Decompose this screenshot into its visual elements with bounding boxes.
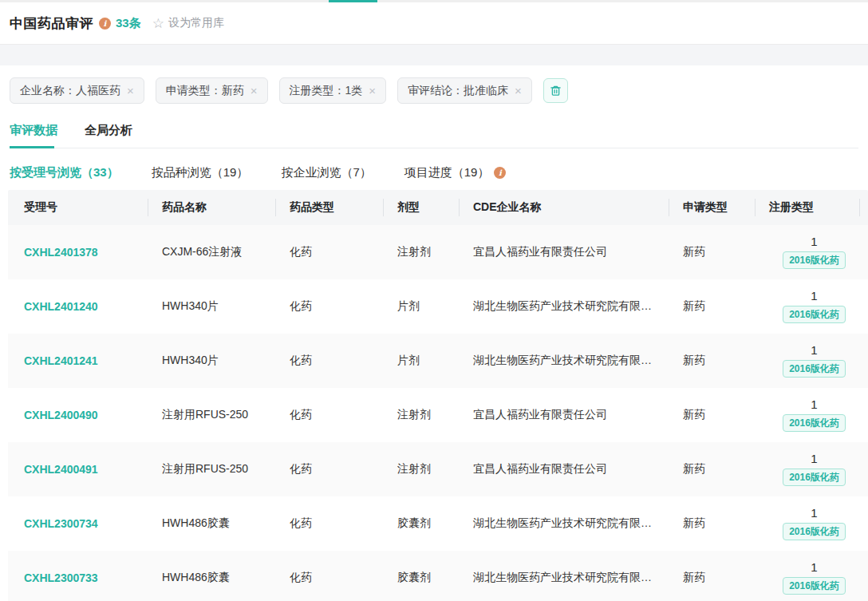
registration-badge: 2016版化药 bbox=[783, 360, 846, 378]
filter-tag-label: 注册类型：1类 bbox=[290, 84, 363, 98]
registration-type-value: 1 bbox=[811, 235, 817, 247]
drug-type-cell: 化药 bbox=[275, 225, 383, 279]
drug-name-cell: HWH486胶囊 bbox=[148, 496, 275, 551]
table-row: CXHL2401241 HWH340片 化药 片剂 湖北生物医药产业技术研究院有… bbox=[8, 334, 868, 388]
registration-type-cell: 1 2016版化药 bbox=[755, 551, 859, 601]
application-type-cell: 新药 bbox=[669, 279, 755, 334]
registration-type-value: 1 bbox=[811, 344, 817, 356]
info-icon[interactable]: i bbox=[99, 18, 111, 30]
acceptance-no-link[interactable]: CXHL2400491 bbox=[24, 463, 98, 476]
filter-tag-registration-type[interactable]: 注册类型：1类 × bbox=[279, 77, 387, 104]
drug-name-cell: 注射用RFUS-250 bbox=[148, 388, 275, 442]
filter-tag-label: 申请类型：新药 bbox=[166, 84, 244, 98]
drug-type-cell: 化药 bbox=[275, 388, 383, 442]
page-header: 中国药品审评 i 33条 ☆ 设为常用库 bbox=[0, 2, 868, 44]
subtab-project-progress[interactable]: 项目进度（19） i bbox=[404, 165, 507, 180]
column-header-registration-type: 注册类型 bbox=[755, 190, 859, 225]
filter-tag-label: 企业名称：人福医药 bbox=[20, 84, 120, 98]
acceptance-no-link[interactable]: CXHL2401241 bbox=[24, 354, 98, 367]
registration-badge: 2016版化药 bbox=[783, 523, 846, 540]
tab-global-analysis[interactable]: 全局分析 bbox=[85, 123, 136, 148]
registration-badge: 2016版化药 bbox=[783, 414, 846, 432]
drug-name-cell: HWH486胶囊 bbox=[148, 551, 275, 601]
drug-name-cell: CXJM-66注射液 bbox=[148, 225, 275, 279]
column-header-drug-name: 药品名称 bbox=[148, 190, 275, 225]
registration-type-cell: 1 2016版化药 bbox=[755, 225, 859, 279]
dosage-form-cell: 注射剂 bbox=[383, 442, 459, 496]
main-content: 企业名称：人福医药 × 申请类型：新药 × 注册类型：1类 × 审评结论：批准临… bbox=[0, 77, 868, 601]
registration-type-cell: 1 2016版化药 bbox=[755, 279, 859, 334]
info-icon[interactable]: i bbox=[494, 167, 506, 179]
column-header-application-type: 申请类型 bbox=[669, 190, 755, 225]
tab-review-data[interactable]: 审评数据 bbox=[10, 123, 61, 148]
registration-badge: 2016版化药 bbox=[783, 306, 846, 323]
company-cell: 宜昌人福药业有限责任公司 bbox=[459, 225, 669, 279]
dosage-form-cell: 片剂 bbox=[383, 334, 459, 388]
subtab-by-variety[interactable]: 按品种浏览（19） bbox=[152, 165, 249, 180]
section-divider-band bbox=[0, 44, 868, 65]
drug-type-cell: 化药 bbox=[275, 496, 383, 551]
application-type-cell: 新药 bbox=[669, 442, 755, 496]
sub-tab-bar: 按受理号浏览（33） 按品种浏览（19） 按企业浏览（7） 项目进度（19） i bbox=[10, 165, 858, 180]
company-cell: 湖北生物医药产业技术研究院有限… bbox=[459, 279, 669, 334]
clear-filters-button[interactable] bbox=[543, 78, 568, 103]
table-row: CXHL2300733 HWH486胶囊 化药 胶囊剂 湖北生物医药产业技术研究… bbox=[8, 551, 868, 601]
close-icon[interactable]: × bbox=[369, 85, 376, 97]
filter-tag-application-type[interactable]: 申请类型：新药 × bbox=[156, 77, 268, 104]
dosage-form-cell: 注射剂 bbox=[383, 225, 459, 279]
table-row: CXHL2401378 CXJM-66注射液 化药 注射剂 宜昌人福药业有限责任… bbox=[8, 225, 868, 279]
set-favorite-label: 设为常用库 bbox=[168, 16, 224, 30]
dosage-form-cell: 胶囊剂 bbox=[383, 496, 459, 551]
registration-badge: 2016版化药 bbox=[783, 577, 846, 595]
registration-type-cell: 1 2016版化药 bbox=[755, 334, 859, 388]
acceptance-no-link[interactable]: CXHL2401240 bbox=[24, 300, 98, 313]
company-cell: 宜昌人福药业有限责任公司 bbox=[459, 442, 669, 496]
table-row: CXHL2300734 HWH486胶囊 化药 胶囊剂 湖北生物医药产业技术研究… bbox=[8, 496, 868, 551]
dosage-form-cell: 片剂 bbox=[383, 279, 459, 334]
main-tab-bar: 审评数据 全局分析 bbox=[10, 123, 858, 148]
registration-badge: 2016版化药 bbox=[783, 469, 846, 486]
drug-type-cell: 化药 bbox=[275, 551, 383, 601]
registration-type-cell: 1 2016版化药 bbox=[755, 496, 859, 551]
close-icon[interactable]: × bbox=[127, 85, 134, 97]
company-cell: 湖北生物医药产业技术研究院有限… bbox=[459, 334, 669, 388]
dosage-form-cell: 注射剂 bbox=[383, 388, 459, 442]
application-type-cell: 新药 bbox=[669, 334, 755, 388]
drug-type-cell: 化药 bbox=[275, 334, 383, 388]
table-row: CXHL2401240 HWH340片 化药 片剂 湖北生物医药产业技术研究院有… bbox=[8, 279, 868, 334]
page-title: 中国药品审评 bbox=[10, 14, 93, 33]
dosage-form-cell: 胶囊剂 bbox=[383, 551, 459, 601]
table-header-row: 受理号 药品名称 药品类型 剂型 CDE企业名称 申请类型 注册类型 bbox=[8, 190, 868, 225]
filter-tag-review-conclusion[interactable]: 审评结论：批准临床 × bbox=[397, 77, 532, 104]
application-type-cell: 新药 bbox=[669, 496, 755, 551]
column-header-stub bbox=[859, 190, 868, 225]
company-cell: 湖北生物医药产业技术研究院有限… bbox=[459, 551, 669, 601]
results-table: 受理号 药品名称 药品类型 剂型 CDE企业名称 申请类型 注册类型 CXHL2… bbox=[8, 190, 868, 601]
registration-type-value: 1 bbox=[811, 453, 817, 465]
registration-type-cell: 1 2016版化药 bbox=[755, 388, 859, 442]
set-favorite-button[interactable]: ☆ 设为常用库 bbox=[152, 16, 224, 30]
column-header-drug-type: 药品类型 bbox=[275, 190, 383, 225]
acceptance-no-link[interactable]: CXHL2300734 bbox=[24, 517, 98, 530]
column-header-acceptance-no: 受理号 bbox=[8, 190, 148, 225]
registration-type-cell: 1 2016版化药 bbox=[755, 442, 859, 496]
subtab-label: 项目进度（19） bbox=[404, 165, 490, 180]
drug-type-cell: 化药 bbox=[275, 279, 383, 334]
acceptance-no-link[interactable]: CXHL2300733 bbox=[24, 571, 98, 584]
acceptance-no-link[interactable]: CXHL2401378 bbox=[24, 246, 98, 259]
filter-tag-row: 企业名称：人福医药 × 申请类型：新药 × 注册类型：1类 × 审评结论：批准临… bbox=[10, 77, 858, 104]
filter-tag-company[interactable]: 企业名称：人福医药 × bbox=[10, 77, 144, 104]
table-row: CXHL2400491 注射用RFUS-250 化药 注射剂 宜昌人福药业有限责… bbox=[8, 442, 868, 496]
trash-icon bbox=[550, 85, 562, 97]
subtab-by-acceptance-no[interactable]: 按受理号浏览（33） bbox=[10, 165, 119, 180]
close-icon[interactable]: × bbox=[251, 85, 258, 97]
close-icon[interactable]: × bbox=[515, 85, 522, 97]
acceptance-no-link[interactable]: CXHL2400490 bbox=[24, 409, 98, 421]
drug-name-cell: 注射用RFUS-250 bbox=[148, 442, 275, 496]
application-type-cell: 新药 bbox=[669, 225, 755, 279]
column-header-company: CDE企业名称 bbox=[459, 190, 669, 225]
registration-badge: 2016版化药 bbox=[783, 251, 846, 269]
subtab-by-company[interactable]: 按企业浏览（7） bbox=[281, 165, 371, 180]
registration-type-value: 1 bbox=[811, 290, 817, 302]
browser-tab-indicator bbox=[329, 0, 377, 2]
